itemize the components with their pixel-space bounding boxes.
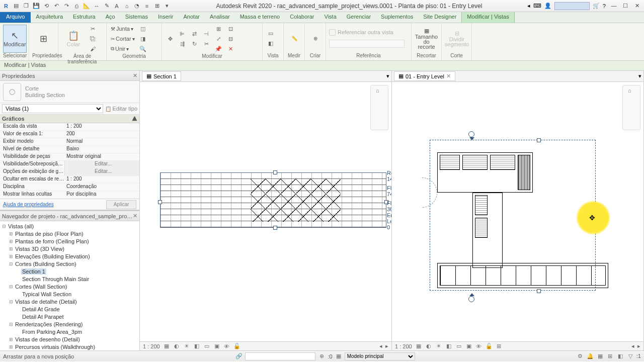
property-row[interactable]: Exibir modeloNormal xyxy=(0,138,139,146)
property-value[interactable]: Mostrar original xyxy=(64,153,139,160)
tree-expander-icon[interactable]: ⊟ xyxy=(8,322,14,327)
array-icon[interactable]: ⊞ xyxy=(213,24,223,33)
tab-inserir[interactable]: Inserir xyxy=(153,12,179,23)
tree-node[interactable]: ⊟Cortes (Building Section) xyxy=(0,260,139,267)
measure-button[interactable]: 📏 xyxy=(287,25,301,53)
status-tool5-icon[interactable]: ◧ xyxy=(616,353,624,359)
split-segment-button[interactable]: ⊟Dividir segmento xyxy=(445,25,469,53)
browser-close-icon[interactable]: ✕ xyxy=(133,213,137,219)
crop-icon[interactable]: ▭ xyxy=(455,343,462,350)
tab-massa[interactable]: Massa e terreno xyxy=(235,12,285,23)
tree-expander-icon[interactable]: ⊞ xyxy=(8,254,14,259)
rotate-icon[interactable]: ↻ xyxy=(189,39,199,48)
properties-button[interactable]: ⊞ xyxy=(32,25,55,53)
measure-icon[interactable]: 📐 xyxy=(83,2,91,10)
tree-expander-icon[interactable]: ⊟ xyxy=(1,224,7,229)
tree-node[interactable]: ⊞Plantas de forro (Ceiling Plan) xyxy=(0,237,139,245)
view-tool-icon[interactable]: ▭ xyxy=(266,29,276,38)
tree-expander-icon[interactable]: ⊞ xyxy=(8,246,14,251)
close-button[interactable]: ✕ xyxy=(632,3,642,9)
reference-dropdown[interactable] xyxy=(329,40,405,48)
minimize-button[interactable]: — xyxy=(609,3,619,9)
browser-tree[interactable]: ⊟Vistas (all)⊞Plantas de piso (Floor Pla… xyxy=(0,221,139,350)
crop-size-button[interactable]: ▦Tamanho do recorte xyxy=(415,25,438,53)
create-button[interactable]: ⊕ xyxy=(308,25,323,53)
property-value[interactable]: Editar... xyxy=(64,161,139,168)
move-icon[interactable]: ✥ xyxy=(165,34,175,43)
tab-aco[interactable]: Aço xyxy=(101,12,120,23)
tab-vista[interactable]: Vista xyxy=(319,12,342,23)
undo-icon[interactable]: ↶ xyxy=(52,2,60,10)
view-tab-plan[interactable]: ▦ 01 - Entry Level ✕ xyxy=(394,71,455,81)
keyboard-icon[interactable]: ⌨ xyxy=(533,3,541,9)
property-value[interactable]: Por disciplina xyxy=(64,191,139,198)
sun-path-icon[interactable]: ☀ xyxy=(435,343,442,350)
property-value[interactable]: Coordenação xyxy=(64,184,139,191)
tree-expander-icon[interactable]: ⊞ xyxy=(8,337,14,342)
user-name-box[interactable] xyxy=(554,2,590,10)
tree-node[interactable]: Section Through Main Stair xyxy=(0,275,139,283)
tree-expander-icon[interactable]: ⊞ xyxy=(8,239,14,244)
open-icon[interactable]: ▤ xyxy=(12,2,20,10)
search-icon[interactable]: ◂ xyxy=(527,3,530,9)
status-search-input[interactable] xyxy=(245,352,315,360)
scale-icon[interactable]: ⤢ xyxy=(213,34,223,43)
close-views-icon[interactable]: ⊞ xyxy=(153,2,161,10)
tree-node[interactable]: ⊞Elevações (Building Elevation) xyxy=(0,252,139,260)
tab-colaborar[interactable]: Colaborar xyxy=(285,12,319,23)
property-row[interactable]: Visibilidade de peçasMostrar original xyxy=(0,153,139,161)
property-row[interactable]: DisciplinaCoordenação xyxy=(0,184,139,191)
property-value[interactable]: Editar... xyxy=(64,168,139,175)
tree-expander-icon[interactable]: ⊞ xyxy=(8,231,14,236)
hide-icon[interactable]: 👁 xyxy=(223,343,230,350)
tab-gerenciar[interactable]: Gerenciar xyxy=(342,12,376,23)
property-row[interactable]: Valor de escala 1:200 xyxy=(0,131,139,138)
plan-canvas[interactable]: ✥ xyxy=(392,82,643,341)
status-tool1-icon[interactable]: ⚙ xyxy=(576,353,584,359)
cut-button[interactable]: ✂ Cortar ▾ xyxy=(110,34,136,43)
section-icon[interactable]: ◔ xyxy=(133,2,141,10)
reveal-icon[interactable]: 🔓 xyxy=(486,343,493,350)
crop-visible-icon[interactable]: ▣ xyxy=(213,343,220,350)
tree-node[interactable]: Section 1 xyxy=(0,267,139,275)
tab-file[interactable]: Arquivo xyxy=(0,12,31,23)
tab-list-dropdown-icon[interactable]: ▾ xyxy=(386,73,389,79)
workset-dropdown[interactable]: Modelo principal xyxy=(345,352,415,360)
scroll-right-icon[interactable]: ▸ xyxy=(637,343,640,349)
align-icon[interactable]: ⊫ xyxy=(177,29,187,38)
scroll-left-icon[interactable]: ◂ xyxy=(379,343,382,349)
scroll-left-icon[interactable]: ◂ xyxy=(631,343,634,349)
crop-handle[interactable] xyxy=(537,289,541,293)
save-icon[interactable]: ❐ xyxy=(22,2,30,10)
split-icon[interactable]: ✂ xyxy=(201,39,211,48)
tree-node[interactable]: ⊟Renderizações (Rendering) xyxy=(0,320,139,328)
hide-icon[interactable]: 👁 xyxy=(475,343,482,350)
sun-path-icon[interactable]: ☀ xyxy=(183,343,190,350)
tab-anotar[interactable]: Anotar xyxy=(179,12,205,23)
property-row[interactable]: Nível de detalheBaixo xyxy=(0,146,139,153)
property-value[interactable]: 1 : 200 xyxy=(64,176,139,183)
maximize-button[interactable]: ☐ xyxy=(620,3,630,9)
tree-node[interactable]: Detail At Grade xyxy=(0,305,139,313)
unir-button[interactable]: ⧉ Unir ▾ xyxy=(110,44,136,53)
app-store-icon[interactable]: 🛒 xyxy=(593,3,600,9)
workset-icon[interactable]: ▦ xyxy=(335,353,343,359)
property-row[interactable]: Mostrar linhas ocultasPor disciplina xyxy=(0,191,139,199)
match-icon[interactable]: 🖌 xyxy=(88,44,98,53)
properties-close-icon[interactable]: ✕ xyxy=(133,72,137,79)
navigation-bar[interactable] xyxy=(622,85,640,130)
instance-filter[interactable]: Vistas (1) xyxy=(2,104,103,113)
tab-list-dropdown-icon[interactable]: ▾ xyxy=(638,73,641,79)
tree-node[interactable]: Detail At Parapet xyxy=(0,313,139,320)
crop-visible-icon[interactable]: ▣ xyxy=(465,343,472,350)
edit-type-button[interactable]: 📋 Editar tipo xyxy=(105,106,137,112)
switch-window-icon[interactable]: ▾ xyxy=(163,2,171,10)
text-icon[interactable]: A xyxy=(113,2,121,10)
reference-checkbox[interactable]: Referenciar outra vista xyxy=(329,29,393,36)
status-tool2-icon[interactable]: 🔔 xyxy=(586,353,594,359)
tree-node[interactable]: ⊞Vistas 3D (3D View) xyxy=(0,245,139,252)
apply-button[interactable]: Aplicar xyxy=(106,200,136,209)
shadows-icon[interactable]: ◧ xyxy=(193,343,200,350)
tree-node[interactable]: ⊟Vistas de detalhe (Detail) xyxy=(0,298,139,305)
ungroup-icon[interactable]: ⊟ xyxy=(225,34,235,43)
